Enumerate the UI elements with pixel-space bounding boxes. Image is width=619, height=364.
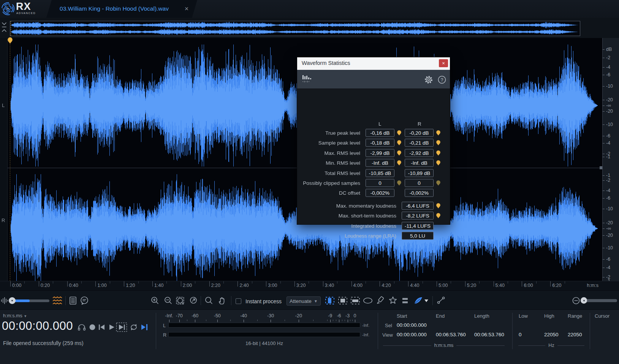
amplitude-axis-label: -1 <box>606 154 610 159</box>
stat-left-value[interactable]: -2,99 dB <box>366 149 394 157</box>
instant-process-label: Instant process <box>245 298 282 304</box>
ruler-tick-label: 5:00 <box>439 283 448 288</box>
meter-scale-minor-tick <box>336 320 336 321</box>
stat-right-pin-icon[interactable] <box>436 140 441 146</box>
selection-start-value[interactable]: 00:00:00.000 <box>397 322 427 328</box>
instant-process-checkbox[interactable] <box>236 298 241 304</box>
tool-signal-chain[interactable] <box>436 296 446 306</box>
tool-adjust-selection[interactable] <box>400 296 410 306</box>
zoom-out-button[interactable] <box>163 296 173 306</box>
ruler-tick <box>266 281 266 287</box>
stat-right-value[interactable]: -10,89 dB <box>405 169 434 177</box>
play-button[interactable] <box>107 323 116 332</box>
stat-right-value[interactable]: -0,002% <box>405 189 434 197</box>
stat-right-value[interactable]: -Inf. dB <box>405 159 434 167</box>
frequency-high-value[interactable]: 22050 <box>544 332 559 337</box>
overview-waveform[interactable] <box>10 21 580 36</box>
overview-collapse-icon[interactable] <box>1 22 7 35</box>
overview-waveform-canvas[interactable] <box>10 21 580 36</box>
loudness-pin-icon[interactable] <box>436 213 441 219</box>
tool-frequency-selection[interactable] <box>350 296 360 306</box>
toolbar-separator <box>65 296 66 305</box>
spectrogram-settings-icon[interactable] <box>52 296 62 305</box>
tool-brush-selection[interactable] <box>376 296 386 306</box>
horizontal-zoom-slider-track[interactable] <box>585 299 617 302</box>
stat-right-value[interactable]: 0 <box>405 179 434 187</box>
hand-pan-tool-button[interactable] <box>217 296 227 306</box>
stat-right-value[interactable]: -0,20 dB <box>405 129 434 137</box>
tool-magic-wand[interactable] <box>388 296 398 306</box>
volume-slider-knob[interactable] <box>9 297 16 304</box>
settings-gear-icon[interactable] <box>424 75 433 84</box>
amplitude-axis-label: -4 <box>606 265 610 270</box>
horizontal-zoom-out-button[interactable] <box>571 296 581 306</box>
stat-right-pin-icon[interactable] <box>436 150 441 156</box>
magnify-tool-button[interactable] <box>204 296 214 306</box>
stat-row-label: True peak level <box>277 130 360 136</box>
tool-time-frequency-selection[interactable] <box>338 296 348 306</box>
stat-right-value[interactable]: -0,21 dB <box>405 139 434 147</box>
stat-left-value[interactable]: -0,002% <box>366 189 394 197</box>
comment-button[interactable] <box>79 296 89 306</box>
loudness-value[interactable]: -6,4 LUFS <box>402 202 434 210</box>
file-tab[interactable]: 03.William King - Robin Hood (Vocal).wav… <box>46 0 197 18</box>
tab-close-icon[interactable]: × <box>183 5 190 13</box>
stat-left-value[interactable]: 0 <box>366 179 394 187</box>
stat-left-value[interactable]: -0,16 dB <box>366 129 394 137</box>
dialog-body: L R True peak level-0,16 dB-0,20 dBSampl… <box>297 88 450 225</box>
amplitude-axis-label: -10 <box>606 245 613 251</box>
playhead-time-display[interactable]: 00:00:00.000 <box>2 319 73 333</box>
record-button[interactable] <box>88 323 97 332</box>
play-selection-button[interactable] <box>116 323 127 332</box>
stat-left-value[interactable]: -10,85 dB <box>366 169 394 177</box>
monitor-button[interactable] <box>77 323 86 332</box>
tool-feather[interactable] <box>413 296 428 306</box>
horizontal-zoom-slider-knob[interactable] <box>581 297 587 304</box>
amplitude-axis-tick <box>603 67 605 68</box>
loop-button[interactable] <box>129 323 138 332</box>
dialog-title-bar[interactable]: Waveform Statistics × <box>297 57 450 70</box>
dialog-close-button[interactable]: × <box>439 59 448 67</box>
loudness-value[interactable]: -8,2 LUFS <box>402 212 434 220</box>
ruler-tick-label: 1:00 <box>97 283 106 288</box>
cursor-header: Cursor <box>595 313 610 319</box>
frequency-low-value[interactable]: 0 <box>519 332 522 337</box>
amplitude-axis-label: -1 <box>606 173 610 178</box>
session-notes-button[interactable] <box>68 296 78 306</box>
timeline-ruler[interactable]: h:m:s 0:000:200:401:001:201:402:002:202:… <box>0 281 619 290</box>
view-start-value[interactable]: 00:00:00.000 <box>397 332 427 337</box>
stat-left-value[interactable]: -0,18 dB <box>366 139 394 147</box>
stat-left-pin-icon[interactable] <box>397 150 402 156</box>
stat-right-pin-icon[interactable] <box>436 130 441 136</box>
view-end-value[interactable]: 00:06:53.760 <box>436 332 466 337</box>
stat-left-pin-icon[interactable] <box>397 180 402 186</box>
stat-right-pin-icon[interactable] <box>436 180 441 186</box>
go-to-end-button[interactable] <box>140 323 149 332</box>
time-format-select[interactable]: h:m:s.ms ▼ <box>3 313 27 318</box>
stat-left-value[interactable]: -Inf. dB <box>366 159 394 167</box>
loudness-pin-icon[interactable] <box>436 203 441 209</box>
tool-lasso-selection[interactable] <box>363 296 373 306</box>
zoom-to-selection-button[interactable] <box>176 296 186 306</box>
stat-right-pin-icon[interactable] <box>436 160 441 166</box>
playhead-marker-pin-icon[interactable] <box>7 37 13 44</box>
loudness-value[interactable]: -11,4 LUFS <box>402 222 434 230</box>
view-length-value[interactable]: 00:06:53.760 <box>474 332 504 337</box>
stat-left-pin-icon[interactable] <box>397 130 402 136</box>
stat-row-label: Total RMS level <box>277 170 360 176</box>
amplitude-axis-label: -10 <box>606 84 613 89</box>
stat-left-pin-icon[interactable] <box>397 140 402 146</box>
stat-left-pin-icon[interactable] <box>397 160 402 166</box>
skip-to-start-button[interactable] <box>97 323 106 332</box>
frequency-range-value[interactable]: 22050 <box>568 332 582 337</box>
attenuate-select[interactable]: Attenuate ▼ <box>287 296 321 306</box>
loudness-value[interactable]: 5,0 LU <box>402 232 434 240</box>
histogram-icon[interactable] <box>302 74 315 84</box>
tool-time-selection[interactable] <box>325 296 335 306</box>
stat-right-value[interactable]: -2,92 dB <box>405 149 434 157</box>
zoom-fit-button[interactable] <box>189 296 199 306</box>
ruler-tick-label: 4:20 <box>382 283 391 288</box>
help-icon[interactable]: ? <box>437 75 446 84</box>
ruler-tick-label: 3:20 <box>296 283 306 288</box>
zoom-in-button[interactable] <box>150 296 160 306</box>
